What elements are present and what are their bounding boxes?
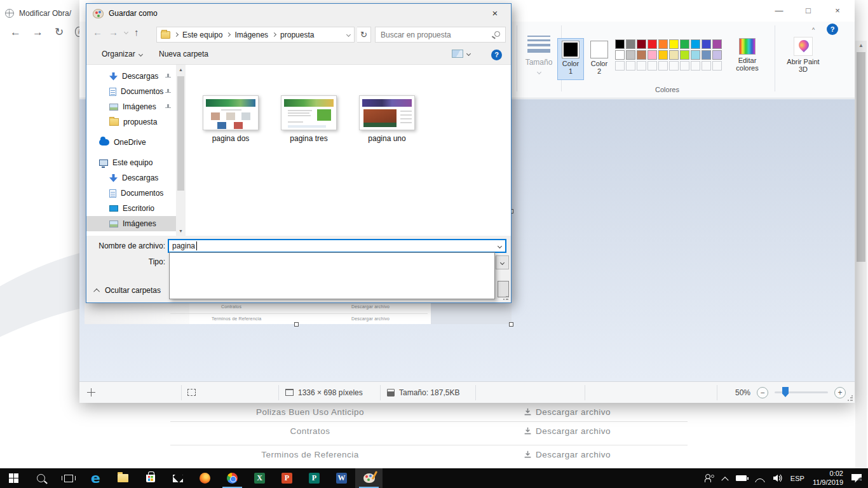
palette-empty-slot[interactable] [615, 61, 625, 71]
palette-color[interactable] [669, 39, 679, 49]
browser-tab[interactable]: Modificar Obra/ [5, 5, 71, 22]
palette-empty-slot[interactable] [691, 61, 700, 71]
palette-color[interactable] [648, 50, 657, 60]
hide-folders-button[interactable]: Ocultar carpetas [95, 286, 161, 295]
canvas-image[interactable]: Contratos Descargar archivo Terminos de … [85, 303, 512, 324]
file-item-pagina-tres[interactable]: pagina tres [274, 95, 344, 143]
sidebar-item-documentos[interactable]: Documentos [86, 84, 176, 99]
scrollbar-thumb[interactable] [177, 76, 184, 191]
palette-color[interactable] [691, 50, 700, 60]
sidebar-item-este-equipo[interactable]: Este equipo [86, 155, 176, 170]
zoom-slider-thumb[interactable] [782, 387, 789, 397]
filename-dropdown-chevron-icon[interactable] [498, 244, 502, 248]
taskbar-firefox[interactable] [191, 468, 219, 488]
nav-forward-button[interactable]: → [109, 27, 118, 37]
taskbar-excel[interactable]: X [246, 468, 273, 488]
task-view-button[interactable] [55, 468, 82, 488]
sidebar-item-pc-imagenes[interactable]: Imágenes [86, 216, 176, 231]
change-view-button[interactable] [452, 50, 470, 58]
browser-reload-button[interactable]: ↻ [55, 27, 64, 37]
dialog-help-button[interactable]: ? [491, 50, 502, 60]
file-item-pagina-uno[interactable]: pagina uno [352, 95, 422, 143]
sidebar-item-pc-escritorio[interactable]: Escritorio [86, 201, 176, 216]
collapse-ribbon-icon[interactable]: ^ [808, 24, 819, 36]
hidden-icons-chevron-icon[interactable] [721, 477, 728, 484]
breadcrumb-item[interactable]: Imágenes [234, 30, 268, 39]
maximize-button[interactable]: □ [794, 0, 823, 20]
filename-autocomplete-dropdown[interactable] [169, 252, 495, 299]
sidebar-item-pc-documentos[interactable]: Documentos [86, 186, 176, 201]
filetype-dropdown-button[interactable] [496, 255, 509, 269]
taskbar-powerpoint[interactable]: P [273, 468, 301, 488]
palette-empty-slot[interactable] [712, 61, 722, 71]
palette-color[interactable] [637, 39, 646, 49]
organize-button[interactable]: Organizar [102, 50, 142, 58]
size-button[interactable]: Tamaño [524, 36, 553, 76]
canvas-resize-handle[interactable] [509, 322, 513, 327]
refresh-button[interactable]: ↻ [357, 27, 371, 43]
zoom-out-button[interactable]: − [757, 387, 768, 398]
taskbar-edge[interactable]: e [82, 468, 109, 488]
taskbar-store[interactable] [137, 468, 164, 488]
sidebar-item-pc-descargas[interactable]: Descargas [86, 170, 176, 186]
language-indicator[interactable]: ESP [790, 475, 804, 482]
taskbar-word[interactable]: W [328, 468, 355, 488]
volume-icon[interactable] [773, 474, 782, 482]
nav-back-button[interactable]: ← [93, 27, 102, 37]
scrollbar-down-icon[interactable]: ▼ [176, 226, 186, 236]
sidebar-item-imagenes[interactable]: Imágenes [86, 99, 176, 114]
palette-color[interactable] [658, 39, 668, 49]
palette-color[interactable] [648, 39, 657, 49]
palette-color[interactable] [626, 50, 635, 60]
palette-color[interactable] [702, 39, 711, 49]
address-breadcrumb[interactable]: Este equipo Imágenes propuesta [156, 27, 355, 43]
file-item-pagina-dos[interactable]: pagina dos [196, 95, 266, 143]
palette-color[interactable] [680, 50, 689, 60]
canvas-resize-handle[interactable] [294, 322, 299, 327]
close-button[interactable]: × [823, 0, 852, 20]
taskbar-chrome[interactable] [219, 468, 246, 488]
palette-color[interactable] [691, 39, 700, 49]
dialog-close-button[interactable]: × [485, 6, 505, 20]
action-center-icon[interactable]: 2 [851, 474, 862, 483]
download-link[interactable]: Descargar archivo [524, 426, 611, 436]
palette-empty-slot[interactable] [626, 61, 635, 71]
browser-back-button[interactable]: ← [10, 27, 21, 37]
sidebar-scrollbar[interactable]: ▲ ▼ [176, 65, 186, 236]
edit-colors-button[interactable]: Editar colores [729, 38, 766, 72]
breadcrumb-item[interactable]: propuesta [280, 30, 314, 39]
zoom-slider[interactable] [775, 391, 828, 393]
browser-forward-button[interactable]: → [32, 27, 43, 37]
palette-empty-slot[interactable] [702, 61, 711, 71]
new-folder-button[interactable]: Nueva carpeta [159, 50, 208, 58]
address-dropdown-chevron-icon[interactable] [346, 32, 351, 37]
palette-empty-slot[interactable] [658, 61, 668, 71]
color2-button[interactable]: Color 2 [586, 38, 613, 80]
palette-color[interactable] [669, 50, 679, 60]
palette-color[interactable] [712, 50, 722, 60]
nav-up-button[interactable]: ↑ [134, 27, 139, 37]
search-input[interactable] [381, 29, 485, 41]
palette-color[interactable] [626, 39, 635, 49]
download-link[interactable]: Descargar archivo [524, 450, 611, 459]
dialog-resize-grip[interactable] [503, 294, 509, 301]
start-button[interactable] [0, 468, 27, 488]
breadcrumb-item[interactable]: Este equipo [182, 30, 222, 39]
palette-color[interactable] [637, 50, 646, 60]
people-icon[interactable] [705, 474, 714, 482]
scrollbar-up-icon[interactable]: ▲ [855, 41, 867, 51]
sidebar-item-descargas[interactable]: Descargas [86, 69, 176, 84]
minimize-button[interactable]: — [764, 0, 794, 20]
palette-color[interactable] [615, 39, 625, 49]
scrollbar-up-icon[interactable]: ▲ [176, 65, 186, 74]
taskbar-file-explorer[interactable] [109, 468, 137, 488]
palette-color[interactable] [712, 39, 722, 49]
palette-color[interactable] [658, 50, 668, 60]
scrollbar-thumb[interactable] [857, 52, 865, 262]
color1-button[interactable]: Color 1 [557, 38, 584, 80]
palette-empty-slot[interactable] [637, 61, 646, 71]
palette-color[interactable] [702, 50, 711, 60]
nav-history-chevron-icon[interactable] [124, 30, 128, 34]
taskbar-mail[interactable] [164, 468, 191, 488]
dialog-title-bar[interactable]: Guardar como [86, 4, 511, 23]
